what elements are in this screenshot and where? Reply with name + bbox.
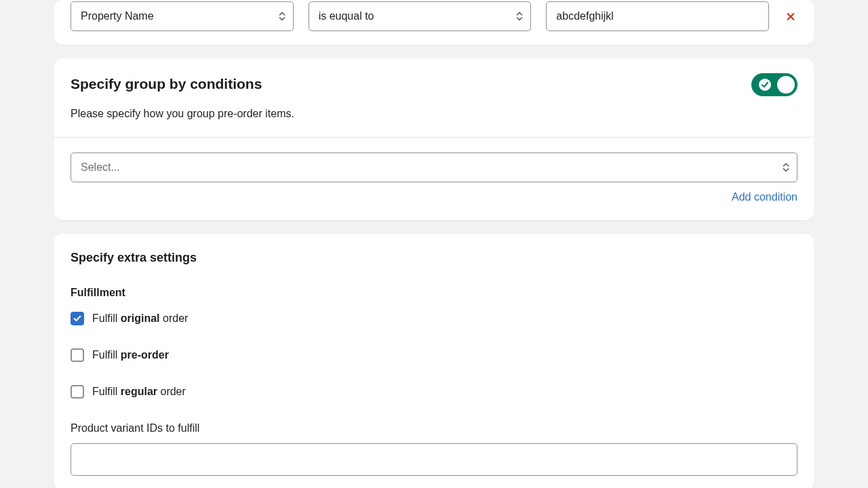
group-by-select-placeholder: Select... [81,161,120,173]
filter-value-input[interactable] [546,1,769,31]
svg-point-0 [759,79,771,91]
filter-operator-select[interactable]: is euqual to [309,1,532,31]
fulfill-original-checkbox[interactable] [71,312,84,325]
fulfill-preorder-label: Fulfill pre-order [92,347,169,363]
group-by-toggle[interactable] [751,73,797,96]
fulfill-original-label: Fulfill original order [92,310,188,327]
fulfill-regular-row: Fulfill regular order [71,384,797,400]
toggle-knob [777,76,795,94]
filter-row: Property Name is euqual to [54,1,814,45]
close-icon [787,12,795,22]
variant-ids-label: Product variant IDs to fulfill [71,420,797,436]
fulfill-preorder-row: Fulfill pre-order [71,347,797,363]
check-icon [758,78,772,92]
group-by-card: Specify group by conditions Please speci… [54,58,814,220]
fulfillment-label: Fulfillment [71,285,797,301]
fulfill-original-row: Fulfill original order [71,310,797,327]
filter-card: Property Name is euqual to [54,0,814,45]
filter-value-wrapper [546,1,769,31]
fulfill-regular-checkbox[interactable] [71,385,84,399]
extra-settings-title: Specify extra settings [71,249,797,267]
filter-property-select[interactable]: Property Name [71,1,294,31]
add-condition-link[interactable]: Add condition [732,191,797,203]
group-by-title: Specify group by conditions [71,73,294,95]
extra-settings-card: Specify extra settings Fulfillment Fulfi… [54,234,814,489]
fulfill-regular-label: Fulfill regular order [92,384,186,400]
group-by-description: Please specify how you group pre-order i… [71,106,294,122]
check-icon [73,315,81,322]
variant-ids-input[interactable] [71,443,797,476]
fulfill-preorder-checkbox[interactable] [71,348,84,362]
remove-condition-button[interactable] [784,9,797,23]
group-by-select[interactable]: Select... [71,152,797,182]
